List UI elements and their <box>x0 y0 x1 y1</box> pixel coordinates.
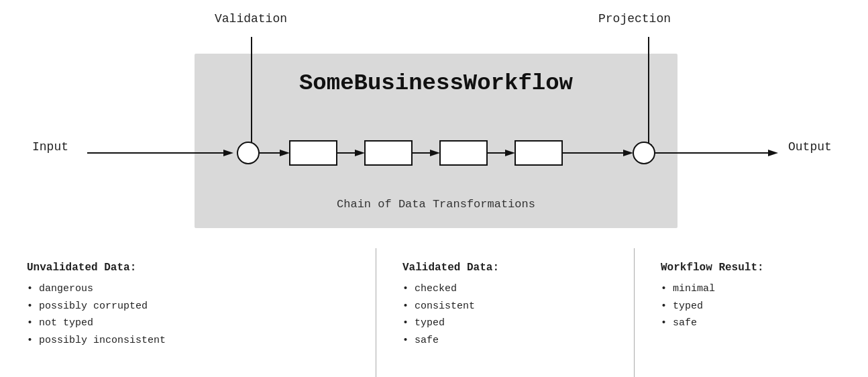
svg-marker-8 <box>280 150 290 156</box>
result-title: Workflow Result: <box>661 262 848 274</box>
svg-rect-15 <box>440 141 487 165</box>
bottom-col-unvalidated: Unvalidated Data: • dangerous • possibly… <box>0 248 376 362</box>
bottom-col-validated: Validated Data: • checked • consistent •… <box>376 248 634 362</box>
unvalidated-item-1: • dangerous <box>27 280 356 298</box>
svg-rect-12 <box>365 141 412 165</box>
unvalidated-item-2: • possibly corrupted <box>27 298 356 315</box>
svg-marker-17 <box>505 150 515 156</box>
bottom-col-result: Workflow Result: • minimal • typed • saf… <box>634 248 868 362</box>
validated-item-3: • typed <box>402 315 614 332</box>
result-item-3: • safe <box>661 315 848 332</box>
validated-title: Validated Data: <box>402 262 614 274</box>
svg-marker-11 <box>355 150 365 156</box>
validated-item-4: • safe <box>402 332 614 349</box>
result-item-2: • typed <box>661 298 848 315</box>
svg-marker-5 <box>223 150 233 156</box>
svg-point-21 <box>633 142 655 164</box>
bottom-section: Unvalidated Data: • dangerous • possibly… <box>0 248 868 362</box>
unvalidated-item-3: • not typed <box>27 315 356 332</box>
result-item-1: • minimal <box>661 280 848 298</box>
unvalidated-item-4: • possibly inconsistent <box>27 332 356 349</box>
svg-marker-23 <box>768 150 778 156</box>
diagram-container: Validation Projection SomeBusinessWorkfl… <box>0 0 868 377</box>
svg-marker-20 <box>623 150 633 156</box>
svg-rect-18 <box>515 141 562 165</box>
validated-item-2: • consistent <box>402 298 614 315</box>
svg-marker-14 <box>430 150 440 156</box>
svg-point-6 <box>237 142 259 164</box>
validated-item-1: • checked <box>402 280 614 298</box>
svg-rect-9 <box>290 141 337 165</box>
unvalidated-title: Unvalidated Data: <box>27 262 356 274</box>
